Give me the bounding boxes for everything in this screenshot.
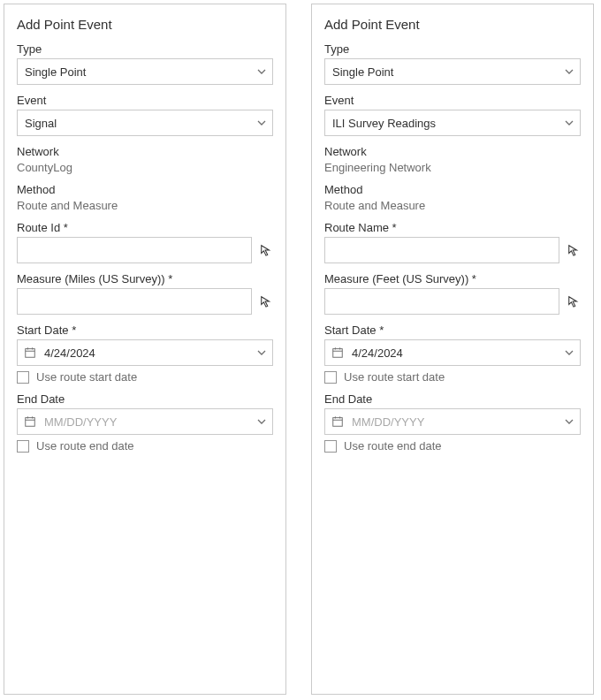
start-date-label: Start Date *: [324, 323, 581, 337]
map-pick-cursor-icon[interactable]: [259, 294, 273, 308]
start-date-field: Start Date * Use route start date: [17, 323, 273, 384]
route-label: Route Name *: [324, 221, 581, 234]
end-date-wrap: [324, 408, 581, 435]
panel-title: Add Point Event: [324, 17, 581, 32]
type-select[interactable]: [17, 58, 273, 85]
type-select-wrap: [17, 58, 273, 85]
start-date-checkbox-row: Use route start date: [324, 370, 581, 384]
end-date-input[interactable]: [17, 408, 273, 435]
method-field: Method Route and Measure: [324, 183, 581, 212]
route-field: Route Id *: [17, 221, 273, 263]
event-label: Event: [324, 94, 581, 107]
network-field: Network Engineering Network: [324, 145, 581, 174]
event-select[interactable]: [324, 110, 581, 136]
measure-input-row: [17, 288, 273, 315]
method-value: Route and Measure: [17, 199, 273, 212]
end-date-checkbox-row: Use route end date: [17, 439, 273, 453]
measure-input-row: [324, 288, 581, 315]
measure-label: Measure (Feet (US Survey)) *: [324, 272, 581, 285]
method-field: Method Route and Measure: [17, 183, 273, 212]
network-value: CountyLog: [17, 161, 273, 174]
add-point-event-panel-left: Add Point Event Type Event Network Count…: [4, 4, 286, 695]
measure-input[interactable]: [17, 288, 252, 315]
network-value: Engineering Network: [324, 161, 581, 174]
type-select-wrap: [324, 58, 581, 85]
start-date-label: Start Date *: [17, 323, 273, 337]
start-date-wrap: [324, 339, 581, 366]
map-pick-cursor-icon[interactable]: [567, 294, 581, 308]
type-label: Type: [324, 42, 581, 56]
event-field: Event: [324, 94, 581, 136]
map-pick-cursor-icon[interactable]: [259, 243, 273, 257]
measure-input[interactable]: [324, 288, 559, 315]
end-date-label: End Date: [17, 392, 273, 406]
use-route-end-date-label[interactable]: Use route end date: [36, 439, 134, 453]
type-field: Type: [324, 42, 581, 85]
type-field: Type: [17, 42, 273, 85]
route-input-row: [324, 237, 581, 263]
type-select[interactable]: [324, 58, 581, 85]
event-label: Event: [17, 94, 273, 107]
end-date-label: End Date: [324, 392, 581, 406]
start-date-field: Start Date * Use route start date: [324, 323, 581, 384]
use-route-start-date-checkbox[interactable]: [17, 371, 29, 384]
use-route-start-date-checkbox[interactable]: [324, 371, 337, 384]
end-date-checkbox-row: Use route end date: [324, 439, 581, 453]
measure-field: Measure (Feet (US Survey)) *: [324, 272, 581, 315]
end-date-field: End Date Use route end date: [324, 392, 581, 453]
start-date-input[interactable]: [324, 339, 581, 366]
measure-label: Measure (Miles (US Survey)) *: [17, 272, 273, 285]
use-route-start-date-label[interactable]: Use route start date: [36, 370, 137, 384]
network-label: Network: [17, 145, 273, 158]
method-label: Method: [324, 183, 581, 196]
end-date-wrap: [17, 408, 273, 435]
route-label: Route Id *: [17, 221, 273, 234]
type-label: Type: [17, 42, 273, 56]
panel-title: Add Point Event: [17, 17, 273, 32]
measure-field: Measure (Miles (US Survey)) *: [17, 272, 273, 315]
start-date-checkbox-row: Use route start date: [17, 370, 273, 384]
start-date-wrap: [17, 339, 273, 366]
method-value: Route and Measure: [324, 199, 581, 212]
event-select[interactable]: [17, 110, 273, 136]
start-date-input[interactable]: [17, 339, 273, 366]
event-field: Event: [17, 94, 273, 136]
event-select-wrap: [324, 110, 581, 136]
network-field: Network CountyLog: [17, 145, 273, 174]
add-point-event-panel-right: Add Point Event Type Event Network Engin…: [311, 4, 594, 695]
event-select-wrap: [17, 110, 273, 136]
route-field: Route Name *: [324, 221, 581, 263]
method-label: Method: [17, 183, 273, 196]
map-pick-cursor-icon[interactable]: [567, 243, 581, 257]
end-date-input[interactable]: [324, 408, 581, 435]
use-route-end-date-checkbox[interactable]: [324, 440, 337, 453]
use-route-start-date-label[interactable]: Use route start date: [344, 370, 445, 384]
route-input[interactable]: [17, 237, 252, 263]
use-route-end-date-checkbox[interactable]: [17, 440, 29, 453]
route-input[interactable]: [324, 237, 559, 263]
route-input-row: [17, 237, 273, 263]
use-route-end-date-label[interactable]: Use route end date: [344, 439, 442, 453]
network-label: Network: [324, 145, 581, 158]
end-date-field: End Date Use route end date: [17, 392, 273, 453]
